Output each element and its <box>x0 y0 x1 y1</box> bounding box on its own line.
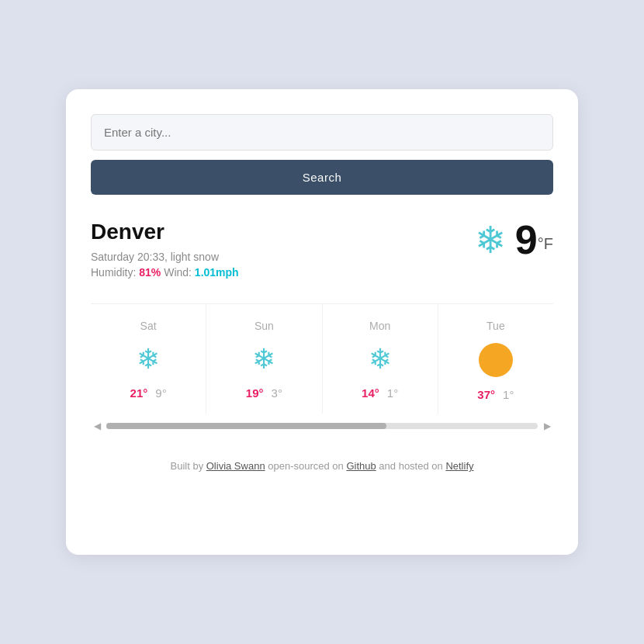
current-weather-icon: ❄ <box>475 218 506 261</box>
scroll-left-arrow[interactable]: ◀ <box>91 420 103 432</box>
forecast-temp-high: 14° <box>362 386 379 400</box>
scroll-right-arrow[interactable]: ▶ <box>541 420 553 432</box>
forecast-cell: Tue37°1° <box>438 304 553 414</box>
forecast-temp-low: 9° <box>155 386 166 400</box>
footer-github-link[interactable]: Github <box>346 460 376 472</box>
scrollbar-track <box>106 423 538 429</box>
forecast-temp-high: 21° <box>130 386 148 400</box>
forecast-temp-low: 1° <box>503 388 514 401</box>
forecast-temp-high: 19° <box>246 386 264 400</box>
footer-text-after: and hosted on <box>376 460 446 472</box>
forecast-row: Sat❄21°9°Sun❄19°3°Mon❄14°1°Tue37°1° <box>91 303 553 414</box>
forecast-temps: 19°3° <box>246 386 282 400</box>
forecast-sun-icon <box>479 343 513 377</box>
forecast-temps: 21°9° <box>130 386 167 400</box>
wind-label-text: Wind: <box>164 266 192 279</box>
current-weather-section: Denver Saturday 20:33, light snow Humidi… <box>91 198 553 282</box>
footer: Built by Olivia Swann open-sourced on Gi… <box>91 460 553 472</box>
footer-text-middle: open-sourced on <box>265 460 347 472</box>
forecast-day-label: Sun <box>254 320 274 332</box>
forecast-cell: Sun❄19°3° <box>206 304 322 414</box>
current-temperature: 9°F <box>515 216 553 263</box>
forecast-temps: 14°1° <box>362 386 398 400</box>
footer-author-link[interactable]: Olivia Swann <box>206 460 265 472</box>
forecast-temp-low: 1° <box>387 386 398 400</box>
scrollbar: ◀ ▶ <box>91 420 553 432</box>
forecast-temps: 37°1° <box>477 388 514 401</box>
footer-netlify-link[interactable]: Netlify <box>445 460 473 472</box>
forecast-temp-low: 3° <box>272 386 282 400</box>
current-meta: Denver Saturday 20:33, light snow Humidi… <box>91 198 475 282</box>
weather-humidity-wind: Humidity: 81% Wind: 1.01mph <box>91 266 475 279</box>
footer-text-before: Built by <box>171 460 206 472</box>
humidity-label: Humidity: <box>91 266 136 279</box>
humidity-value: 81% <box>139 266 161 279</box>
forecast-day-label: Sat <box>140 320 157 332</box>
forecast-temp-high: 37° <box>477 388 495 401</box>
wind-value: 1.01mph <box>195 266 239 279</box>
city-search-input[interactable] <box>91 114 553 151</box>
current-temp-block: ❄ 9°F <box>475 216 553 263</box>
forecast-snowflake-icon: ❄ <box>137 343 160 376</box>
forecast-day-label: Tue <box>486 320 505 332</box>
forecast-snowflake-icon: ❄ <box>369 343 392 376</box>
weather-datetime: Saturday 20:33, light snow <box>91 251 475 263</box>
forecast-cell: Sat❄21°9° <box>91 304 206 414</box>
weather-card: Search Denver Saturday 20:33, light snow… <box>66 89 578 555</box>
forecast-cell: Mon❄14°1° <box>323 304 438 414</box>
forecast-day-label: Mon <box>369 320 390 332</box>
forecast-snowflake-icon: ❄ <box>252 343 275 376</box>
search-button[interactable]: Search <box>91 160 553 195</box>
city-name: Denver <box>91 220 475 244</box>
scrollbar-thumb <box>106 423 386 429</box>
